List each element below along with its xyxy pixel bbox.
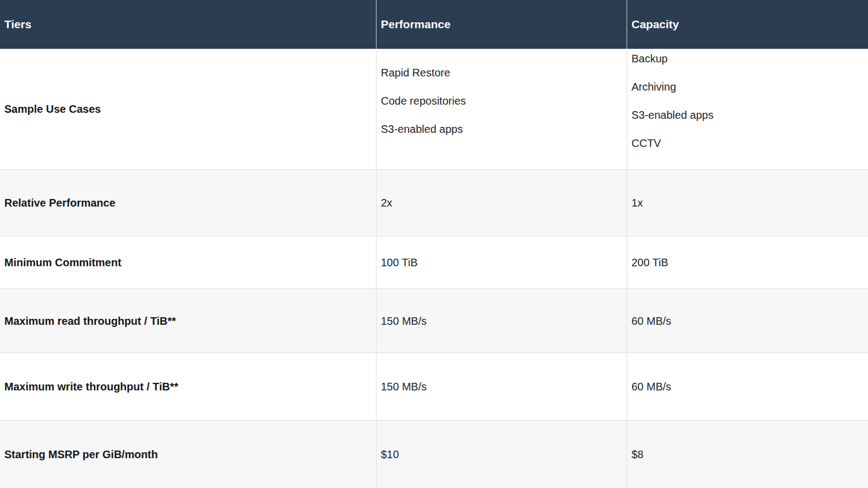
use-case-item: Code repositories (381, 95, 621, 107)
capacity-value: 1x (631, 196, 863, 209)
column-header-capacity: Capacity (627, 0, 868, 49)
capacity-cell: 200 TiB (627, 236, 868, 288)
capacity-value: 200 TiB (631, 256, 863, 269)
use-case-item: Archiving (631, 81, 863, 93)
row-label: Minimum Commitment (0, 236, 376, 288)
performance-value: 100 TiB (381, 256, 621, 269)
table-row-relative-performance: Relative Performance 2x 1x (0, 169, 868, 236)
performance-value: 150 MB/s (381, 314, 621, 328)
capacity-value: 60 MB/s (631, 380, 863, 393)
row-label: Relative Performance (0, 169, 376, 236)
table-row-max-read-throughput: Maximum read throughput / TiB** 150 MB/s… (0, 288, 868, 352)
row-label-text: Sample Use Cases (4, 102, 371, 115)
performance-cell: $10 (376, 420, 627, 488)
capacity-cell: 60 MB/s (627, 352, 868, 420)
performance-value: $10 (381, 448, 621, 461)
row-label: Maximum read throughput / TiB** (0, 288, 376, 352)
row-label: Sample Use Cases (0, 49, 376, 169)
capacity-cell: Backup Archiving S3-enabled apps CCTV (627, 49, 868, 169)
performance-cell: 100 TiB (376, 236, 627, 288)
table-row-minimum-commitment: Minimum Commitment 100 TiB 200 TiB (0, 236, 868, 288)
performance-cell: Rapid Restore Code repositories S3-enabl… (376, 49, 627, 169)
use-case-item: Backup (631, 53, 863, 65)
capacity-cell: 1x (627, 169, 868, 236)
column-header-tiers: Tiers (0, 0, 376, 49)
row-label-text: Relative Performance (4, 196, 371, 209)
row-label: Starting MSRP per GiB/month (0, 420, 376, 488)
table-header-row: Tiers Performance Capacity (0, 0, 868, 49)
row-label-text: Maximum write throughput / TiB** (4, 380, 371, 393)
performance-cell: 2x (376, 169, 627, 236)
use-case-item: S3-enabled apps (631, 109, 863, 121)
row-label-text: Starting MSRP per GiB/month (4, 448, 371, 461)
use-case-item: CCTV (631, 137, 863, 149)
use-case-item: Rapid Restore (381, 67, 621, 79)
use-case-item: S3-enabled apps (381, 123, 621, 135)
capacity-value: 60 MB/s (631, 314, 863, 328)
performance-cell: 150 MB/s (376, 288, 627, 352)
row-label-text: Maximum read throughput / TiB** (4, 314, 371, 328)
tiers-comparison-table: Tiers Performance Capacity Sample Use Ca… (0, 0, 868, 488)
column-header-performance: Performance (376, 0, 627, 49)
performance-value: 150 MB/s (381, 380, 621, 393)
performance-value: 2x (381, 196, 621, 209)
table-row-max-write-throughput: Maximum write throughput / TiB** 150 MB/… (0, 352, 868, 420)
row-label-text: Minimum Commitment (4, 256, 371, 269)
capacity-cell: $8 (627, 420, 868, 488)
capacity-value: $8 (631, 448, 863, 461)
capacity-cell: 60 MB/s (627, 288, 868, 352)
table-row-sample-use-cases: Sample Use Cases Rapid Restore Code repo… (0, 49, 868, 169)
performance-cell: 150 MB/s (376, 352, 627, 420)
row-label: Maximum write throughput / TiB** (0, 352, 376, 420)
table-row-starting-msrp: Starting MSRP per GiB/month $10 $8 (0, 420, 868, 488)
page: Tiers Performance Capacity Sample Use Ca… (0, 0, 868, 488)
